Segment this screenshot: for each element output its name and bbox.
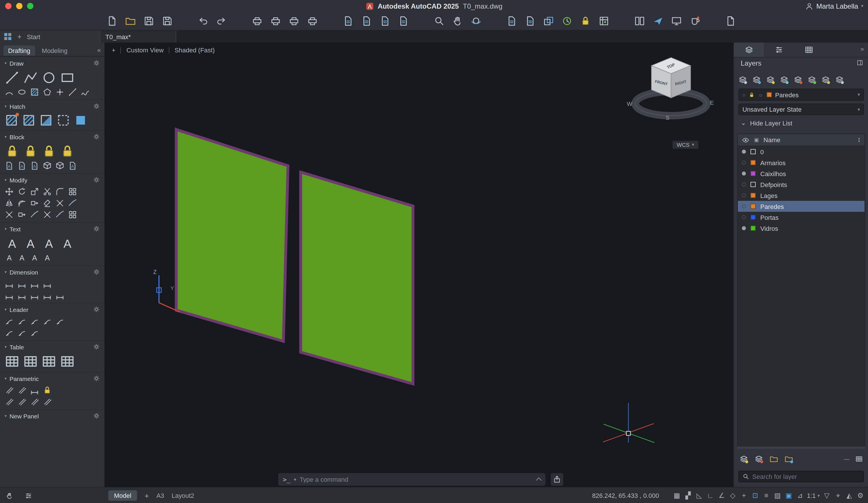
minimize-window-button[interactable] (16, 3, 22, 9)
tool-block-editor[interactable] (60, 144, 75, 159)
tool-continue[interactable] (30, 291, 39, 300)
page-setup-button[interactable] (306, 15, 319, 27)
viewcube[interactable]: W S E TOP FRONT RIGHT (618, 48, 724, 134)
tool-single-line-text[interactable]: A (23, 236, 38, 251)
drawing-viewport[interactable]: Z Y + Custom View Shaded (Fast) W S E (105, 43, 733, 487)
collapse-panel-button[interactable]: — (844, 456, 849, 462)
dynamic-ucs-toggle[interactable]: ⊿ (796, 492, 804, 500)
section-settings-icon[interactable] (93, 269, 100, 275)
tool-polyline[interactable] (23, 70, 38, 85)
tool-ordinate[interactable] (43, 291, 52, 300)
hide-layer-list-toggle[interactable]: ⌄ Hide Layer List (741, 119, 792, 127)
tool-lengthen[interactable] (17, 210, 27, 219)
gizmo-toggle[interactable]: ⌖ (834, 492, 842, 500)
layer-visibility-toggle[interactable] (742, 215, 746, 219)
selection-filtering-toggle[interactable]: ▽ (823, 492, 831, 500)
pan-hand-button[interactable] (451, 15, 464, 27)
layer-previous-button[interactable] (766, 75, 775, 84)
redo-arrow-button[interactable] (215, 15, 228, 27)
tool-find-replace[interactable]: A (4, 253, 14, 262)
user-menu[interactable]: Marta Labella ▾ (806, 0, 864, 12)
tool-radius[interactable] (43, 279, 52, 288)
layers-palette-tab[interactable] (734, 43, 764, 57)
workspace-doc-button[interactable] (724, 15, 737, 27)
tool-fix-lock[interactable] (43, 386, 52, 395)
tool-auto-constrain[interactable] (17, 386, 27, 395)
layer-row-paredes[interactable]: Paredes (738, 201, 865, 212)
layer-off-button[interactable] (822, 75, 830, 84)
new-file-button[interactable] (105, 15, 118, 27)
tool-attach[interactable] (43, 161, 52, 170)
section-header-new-panel[interactable]: ▾New Panel (0, 410, 104, 422)
drawing-compare-button[interactable] (542, 15, 555, 27)
tool-aligned[interactable] (30, 279, 39, 288)
tool-text-style[interactable]: A (41, 236, 56, 251)
palette-collapse-button[interactable]: « (97, 46, 101, 56)
section-header-draw[interactable]: ▾Draw (0, 57, 104, 69)
section-collapse-icon[interactable]: ▾ (4, 104, 7, 108)
layer-visibility-toggle[interactable] (742, 150, 746, 154)
section-header-table[interactable]: ▾Table (0, 341, 104, 353)
tab-modeling[interactable]: Modeling (37, 45, 72, 56)
infer-constraints-toggle[interactable]: ◺ (695, 492, 704, 500)
layer-color-swatch[interactable] (751, 182, 756, 187)
tool-stretch[interactable] (30, 199, 39, 208)
zoom-window-button[interactable] (27, 3, 33, 9)
tool-align[interactable] (30, 210, 39, 219)
sort-arrows-icon[interactable]: ▲▼ (858, 137, 860, 143)
auto-hide-icon[interactable] (857, 59, 864, 66)
layer-color-swatch[interactable] (751, 171, 756, 176)
open-folder-button[interactable] (124, 15, 136, 27)
section-header-dimension[interactable]: ▾Dimension (0, 266, 104, 278)
tool-sync-attributes[interactable]: A (30, 161, 39, 170)
tool-multileader[interactable] (4, 316, 14, 326)
layer-row-vidros[interactable]: Vidros (738, 223, 865, 234)
grid-display-toggle[interactable]: ▦ (673, 492, 681, 500)
section-settings-icon[interactable] (93, 306, 100, 313)
add-plotter-button[interactable] (269, 15, 282, 27)
tool-perpendicular[interactable] (17, 397, 27, 406)
layer-isolate-button[interactable] (780, 75, 788, 84)
layer-visibility-toggle[interactable] (742, 160, 746, 165)
tool-baseline[interactable] (17, 291, 27, 300)
tool-linear-parameter[interactable] (30, 386, 39, 395)
tool-spell-check[interactable]: A (60, 236, 75, 251)
publish-button[interactable] (379, 15, 391, 27)
tab-model[interactable]: Model (108, 490, 137, 501)
object-snap-toggle[interactable]: ⊡ (751, 492, 760, 500)
sheet-set-tab[interactable] (794, 43, 824, 57)
command-history-icon[interactable]: ▾ (294, 477, 296, 482)
section-settings-icon[interactable] (93, 103, 100, 109)
layer-row-armarios[interactable]: Armarios (738, 157, 865, 168)
close-window-button[interactable] (5, 3, 11, 9)
zoom-window-button[interactable] (433, 15, 445, 27)
tool-solid-fill[interactable] (74, 113, 87, 127)
layer-row-defpoints[interactable]: Defpoints (738, 179, 865, 190)
layer-color-swatch[interactable] (751, 215, 756, 220)
tool-scale[interactable] (30, 187, 39, 196)
tool-center-mark[interactable] (55, 291, 64, 300)
layer-freeze-button[interactable] (807, 75, 816, 84)
tool-polygon[interactable] (43, 87, 52, 97)
tool-create-block[interactable] (23, 144, 38, 159)
layer-walk-button[interactable] (738, 75, 747, 84)
add-panel-button[interactable] (6, 492, 13, 499)
layer-visibility-toggle[interactable] (742, 193, 746, 197)
tool-justify-text[interactable]: A (43, 253, 52, 262)
layer-visibility-toggle[interactable] (742, 182, 746, 187)
orbit-button[interactable] (469, 15, 482, 27)
section-collapse-icon[interactable]: ▾ (4, 270, 7, 274)
section-settings-icon[interactable] (93, 134, 100, 140)
tool-trim-scissors[interactable] (43, 187, 52, 196)
share-plane-button[interactable] (651, 15, 664, 27)
drawing-history-button[interactable] (560, 15, 573, 27)
tool-break[interactable] (4, 210, 14, 219)
section-header-hatch[interactable]: ▾Hatch (0, 100, 104, 112)
tool-dimension[interactable] (4, 279, 14, 288)
tab-overview-icon[interactable] (3, 32, 12, 41)
layer-list-header[interactable]: ▣ Name ▲▼ (738, 134, 865, 146)
layer-search-input[interactable] (752, 473, 860, 480)
add-layout-button[interactable]: + (145, 491, 149, 500)
tool-construction-line[interactable] (68, 87, 77, 97)
snap-mode-toggle[interactable]: ▞ (684, 492, 692, 500)
